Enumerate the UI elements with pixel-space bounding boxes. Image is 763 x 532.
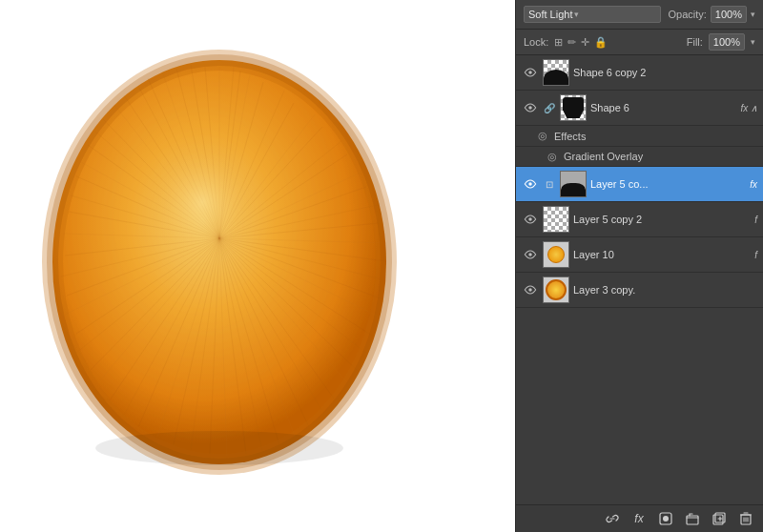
fx-badge: f	[754, 250, 757, 260]
layer-item[interactable]: 🔗 Shape 6 fx ∧	[516, 91, 763, 126]
link-layers-icon[interactable]	[603, 509, 622, 528]
layers-list[interactable]: Shape 6 copy 2 🔗 Shape 6 fx ∧ ◎ Effects	[516, 55, 763, 504]
layer-item[interactable]: Layer 3 copy.	[516, 273, 763, 308]
svg-point-72	[528, 217, 532, 221]
layer-item[interactable]: Shape 6 copy 2	[516, 55, 763, 91]
lock-paint-icon[interactable]: ✏	[567, 36, 576, 49]
visibility-eye-icon[interactable]	[522, 246, 539, 263]
add-style-icon[interactable]: fx	[629, 509, 649, 528]
layer-name: Layer 5 copy 2	[573, 214, 751, 225]
fx-badge: fx ∧	[740, 103, 757, 113]
layer-name: Layer 3 copy.	[573, 284, 757, 296]
canvas-area	[0, 0, 515, 532]
layer-item[interactable]: Layer 5 copy 2 f	[516, 202, 763, 237]
svg-point-68	[95, 431, 343, 465]
blend-mode-select[interactable]: Soft Light ▾	[524, 6, 661, 23]
effects-eye-icon[interactable]: ◎	[535, 129, 550, 144]
fx-badge: f	[754, 215, 757, 225]
layer-thumbnail	[560, 94, 587, 121]
svg-point-70	[528, 106, 532, 110]
fill-chevron: ▾	[751, 37, 755, 47]
effect-name: Gradient Overlay	[564, 151, 643, 162]
opacity-chevron: ▾	[751, 10, 755, 19]
visibility-eye-icon[interactable]	[522, 99, 539, 116]
thumb-orange-circle	[546, 279, 567, 300]
layers-panel: Soft Light ▾ Opacity: 100% ▾ Lock: ⊞ ✏ ✛…	[515, 0, 763, 532]
thumb-shape	[544, 70, 568, 85]
lock-move-icon[interactable]: ✛	[581, 36, 589, 49]
svg-point-65	[134, 133, 286, 305]
effects-header-row: ◎ Effects	[516, 126, 763, 147]
fill-value[interactable]: 100%	[709, 33, 745, 51]
effect-eye-icon[interactable]: ◎	[545, 149, 560, 164]
svg-point-69	[528, 71, 532, 74]
add-mask-icon[interactable]	[656, 509, 675, 528]
effect-item[interactable]: ◎ Gradient Overlay	[516, 147, 763, 167]
opacity-label: Opacity:	[669, 9, 707, 20]
layer-thumbnail	[543, 276, 569, 303]
svg-point-74	[528, 288, 532, 292]
thumb-orange-circle	[547, 246, 565, 263]
visibility-eye-icon[interactable]	[522, 64, 539, 81]
svg-rect-77	[687, 516, 698, 524]
fluffy-ball-svg	[29, 29, 429, 486]
svg-point-73	[528, 253, 532, 256]
layer-name: Layer 10	[573, 249, 751, 260]
visibility-eye-icon[interactable]	[522, 211, 539, 228]
layer-name: Shape 6 copy 2	[573, 67, 757, 78]
visibility-eye-icon[interactable]	[522, 175, 539, 193]
layer-item[interactable]: ⊡ Layer 5 co... fx	[516, 167, 763, 202]
chain-link-icon: ⊡	[543, 177, 556, 191]
svg-point-71	[528, 182, 532, 186]
lock-all-icon[interactable]: 🔒	[594, 36, 608, 49]
lock-fill-row: Lock: ⊞ ✏ ✛ 🔒 Fill: 100% ▾	[516, 30, 763, 55]
blend-mode-label: Soft Light	[528, 9, 572, 20]
opacity-value[interactable]: 100%	[711, 6, 747, 23]
fill-label: Fill:	[687, 36, 703, 48]
layer-thumbnail	[543, 206, 569, 233]
lock-label: Lock:	[524, 36, 548, 48]
layer-item[interactable]: Layer 10 f	[516, 237, 763, 273]
svg-point-76	[663, 516, 669, 522]
layer-thumbnail	[560, 171, 587, 197]
new-group-icon[interactable]	[683, 509, 702, 528]
layer-name: Layer 5 co...	[590, 178, 746, 190]
visibility-eye-icon[interactable]	[522, 281, 539, 298]
lock-transparency-icon[interactable]: ⊞	[554, 36, 563, 49]
layer-thumbnail	[543, 59, 569, 86]
thumb-shape	[563, 97, 584, 118]
lock-icons-group: ⊞ ✏ ✛ 🔒	[554, 36, 608, 49]
panel-bottom-toolbar: fx	[516, 504, 763, 532]
fx-badge: fx	[750, 179, 757, 190]
layer-thumbnail	[543, 241, 569, 268]
delete-layer-icon[interactable]	[736, 509, 755, 528]
blend-opacity-row: Soft Light ▾ Opacity: 100% ▾	[516, 0, 763, 30]
effects-label: Effects	[554, 131, 586, 142]
blend-mode-chevron: ▾	[574, 10, 579, 19]
new-layer-icon[interactable]	[710, 509, 729, 528]
layer-name: Shape 6	[590, 102, 736, 113]
chain-link-icon: 🔗	[543, 101, 556, 114]
